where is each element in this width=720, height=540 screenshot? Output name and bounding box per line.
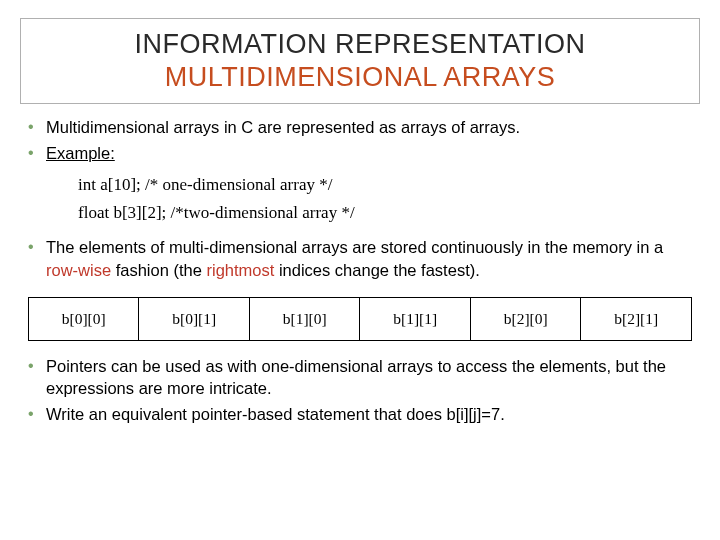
content-area: Multidimensional arrays in C are represe… (0, 116, 720, 426)
bullet-item: Multidimensional arrays in C are represe… (28, 116, 692, 138)
title-box: INFORMATION REPRESENTATION MULTIDIMENSIO… (20, 18, 700, 104)
example-label: Example: (46, 144, 115, 162)
text-fragment: indices change the fastest). (274, 261, 479, 279)
array-cell: b[0][1] (139, 297, 249, 340)
table-row: b[0][0] b[0][1] b[1][0] b[1][1] b[2][0] … (29, 297, 692, 340)
bullet-list-top: Multidimensional arrays in C are represe… (28, 116, 692, 165)
array-cell: b[2][0] (470, 297, 580, 340)
array-layout-table: b[0][0] b[0][1] b[1][0] b[1][1] b[2][0] … (28, 297, 692, 341)
title-line-2: MULTIDIMENSIONAL ARRAYS (29, 62, 691, 93)
text-fragment: fashion (the (111, 261, 206, 279)
array-cell: b[2][1] (581, 297, 692, 340)
highlight-rightmost: rightmost (206, 261, 274, 279)
array-cell: b[0][0] (29, 297, 139, 340)
bullet-item: Write an equivalent pointer-based statem… (28, 403, 692, 425)
array-cell: b[1][1] (360, 297, 470, 340)
text-fragment: The elements of multi-dimensional arrays… (46, 238, 663, 256)
bullet-list-mid: The elements of multi-dimensional arrays… (28, 236, 692, 281)
highlight-rowwise: row-wise (46, 261, 111, 279)
code-line: float b[3][2]; /*two-dimensional array *… (78, 199, 692, 228)
bullet-item: The elements of multi-dimensional arrays… (28, 236, 692, 281)
bullet-item: Pointers can be used as with one-dimensi… (28, 355, 692, 400)
code-line: int a[10]; /* one-dimensional array */ (78, 171, 692, 200)
title-line-1: INFORMATION REPRESENTATION (29, 29, 691, 60)
bullet-list-bottom: Pointers can be used as with one-dimensi… (28, 355, 692, 426)
code-block: int a[10]; /* one-dimensional array */ f… (78, 171, 692, 229)
bullet-item: Example: (28, 142, 692, 164)
array-cell: b[1][0] (249, 297, 359, 340)
